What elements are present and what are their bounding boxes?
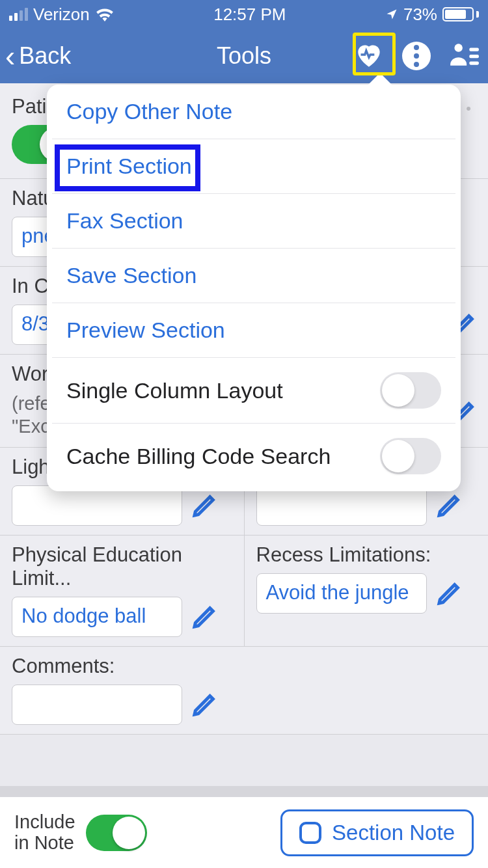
svg-point-0 [454, 44, 463, 52]
pencil-icon[interactable] [191, 692, 217, 718]
status-bar: Verizon 12:57 PM 73% [0, 0, 488, 29]
location-arrow-icon [385, 8, 398, 21]
svg-rect-1 [469, 48, 479, 51]
signal-bars-icon [9, 8, 28, 21]
menu-save-section[interactable]: Save Section [52, 249, 455, 303]
pencil-icon[interactable] [191, 493, 217, 519]
comments-field[interactable] [12, 685, 182, 725]
battery-pct-label: 73% [403, 5, 437, 25]
cache-billing-label: Cache Billing Code Search [66, 444, 331, 469]
single-column-label: Single Column Layout [66, 378, 283, 403]
battery-icon [442, 7, 479, 21]
menu-preview-section[interactable]: Preview Section [52, 303, 455, 358]
kebab-highlight [353, 33, 396, 75]
back-button[interactable]: ‹ Back [5, 41, 71, 71]
single-column-toggle[interactable] [380, 372, 441, 409]
clock-label: 12:57 PM [213, 5, 286, 25]
nav-bar: ‹ Back Tools [0, 29, 488, 83]
bottom-bar: Include in Note Section Note [0, 796, 488, 868]
include-toggle[interactable] [86, 815, 147, 851]
section-note-button[interactable]: Section Note [280, 809, 474, 856]
recess-field[interactable]: Avoid the jungle gym [256, 573, 427, 614]
cache-billing-toggle[interactable] [380, 438, 441, 474]
menu-fax-section[interactable]: Fax Section [52, 194, 455, 249]
page-title: Tools [217, 42, 271, 70]
comments-label: Comments: [12, 655, 476, 678]
menu-copy-other-note[interactable]: Copy Other Note [52, 85, 455, 139]
carrier-label: Verizon [33, 5, 90, 25]
chevron-left-icon: ‹ [5, 41, 15, 71]
wifi-icon [95, 7, 115, 21]
work-sub2: "Exc [12, 416, 50, 437]
print-highlight [55, 144, 200, 191]
kebab-menu-button[interactable] [402, 42, 431, 70]
page-dots: • [466, 100, 476, 117]
back-label: Back [19, 42, 71, 70]
checkbox-icon [299, 822, 321, 844]
person-list-icon[interactable] [448, 38, 480, 74]
menu-cache-billing[interactable]: Cache Billing Code Search [52, 424, 455, 489]
pencil-icon[interactable] [436, 580, 462, 606]
svg-rect-2 [469, 55, 479, 58]
pencil-icon[interactable] [436, 493, 462, 519]
menu-single-column[interactable]: Single Column Layout [52, 358, 455, 424]
pencil-icon[interactable] [191, 604, 217, 630]
include-label: Include in Note [14, 812, 75, 854]
pe-field[interactable]: No dodge ball [12, 597, 182, 637]
pe-label: Physical Education Limit... [12, 543, 232, 590]
svg-rect-3 [469, 61, 479, 64]
section-note-label: Section Note [332, 821, 455, 845]
recess-label: Recess Limitations: [256, 543, 477, 567]
